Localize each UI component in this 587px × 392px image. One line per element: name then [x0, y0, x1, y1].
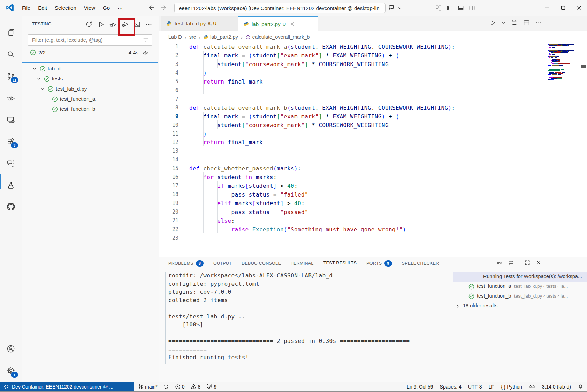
- split-editor-icon[interactable]: [523, 19, 530, 26]
- editor-tab-bar: test_lab_d.py 8, U lab_part2.py U: [159, 16, 587, 31]
- menu-file[interactable]: File: [18, 5, 34, 11]
- tab-lab-part2[interactable]: lab_part2.py U: [238, 16, 318, 31]
- line-number: 9: [159, 112, 178, 121]
- toggle-panel-icon[interactable]: [457, 5, 464, 11]
- python-interpreter[interactable]: 3.14.0 (lab-d): [542, 384, 571, 390]
- code-line: 23: [159, 234, 587, 243]
- breadcrumb-item[interactable]: Lab D: [168, 34, 182, 40]
- close-tab-icon[interactable]: [290, 22, 295, 26]
- panel-tab-problems[interactable]: PROBLEMS8: [168, 257, 204, 269]
- customize-layout-icon[interactable]: [435, 5, 442, 11]
- maximize-panel-icon[interactable]: [524, 259, 531, 266]
- chevron-down-icon[interactable]: [36, 76, 41, 81]
- word-wrap-icon[interactable]: [508, 259, 514, 266]
- panel-tab-output[interactable]: OUTPUT: [213, 257, 232, 269]
- more-actions-icon[interactable]: [535, 19, 542, 26]
- remote-explorer-icon[interactable]: [0, 112, 22, 128]
- code-line: 15def check_whether_passed(marks):: [159, 164, 587, 173]
- menu-selection[interactable]: Selection: [51, 5, 80, 11]
- maximize-icon[interactable]: [555, 0, 571, 16]
- menu-[interactable]: ···: [114, 5, 127, 11]
- test-run-header-row[interactable]: Running Tests for Workspace(s): /workspa…: [453, 272, 587, 282]
- github-icon[interactable]: [0, 198, 22, 215]
- extensions-icon[interactable]: 3: [0, 133, 22, 150]
- older-results-row[interactable]: 18 older results: [453, 301, 587, 311]
- account-icon[interactable]: [0, 340, 22, 357]
- breadcrumb-item[interactable]: calculate_overall_mark_b: [245, 34, 310, 40]
- tree-item-label: test_function_a: [60, 96, 96, 102]
- branch-status[interactable]: main*: [138, 384, 158, 390]
- warnings-status[interactable]: 8: [191, 384, 201, 390]
- panel-tab-terminal[interactable]: TERMINAL: [291, 257, 314, 269]
- minimap[interactable]: [548, 44, 577, 83]
- menu-go[interactable]: Go: [99, 5, 114, 11]
- code-line: 3 student["coursework_mark"] * COURSEWOR…: [159, 60, 587, 69]
- errors-status[interactable]: 0: [175, 384, 185, 390]
- copilot-status-icon[interactable]: [529, 383, 535, 390]
- test-output-log[interactable]: rootdir: /workspaces/labs-ALEX-CASSON-LA…: [168, 271, 410, 362]
- title-bar: FileEditSelectionViewGo··· eeen11202-lab…: [0, 0, 587, 16]
- menu-edit[interactable]: Edit: [34, 5, 51, 11]
- code-line: 8def calculate_overall_mark_b(student, E…: [159, 103, 587, 112]
- search-icon[interactable]: [0, 46, 22, 63]
- line-number: 4: [159, 69, 178, 77]
- language-mode[interactable]: { }Python: [501, 384, 522, 390]
- test-tree-item[interactable]: tests: [22, 74, 158, 84]
- test-tree-item[interactable]: test_function_b: [22, 105, 158, 115]
- copilot-chat-icon[interactable]: [388, 4, 396, 11]
- breadcrumb-item[interactable]: src: [189, 34, 196, 40]
- command-center[interactable]: eeen11202-labs (Workspace) [Dev Containe…: [174, 3, 386, 13]
- testing-icon[interactable]: [0, 177, 22, 193]
- toggle-primary-sidebar-icon[interactable]: [446, 5, 453, 11]
- line-number: 20: [159, 208, 178, 216]
- output-guide-line: [165, 272, 166, 364]
- nav-forward-icon[interactable]: [160, 4, 167, 11]
- open-changes-icon[interactable]: [511, 19, 518, 26]
- run-python-file-icon[interactable]: [489, 19, 496, 26]
- run-debug-icon[interactable]: [0, 90, 22, 106]
- test-tree-item[interactable]: lab_d: [22, 64, 158, 74]
- line-number: 16: [159, 173, 178, 182]
- breadcrumb-item[interactable]: lab_part2.py: [203, 34, 238, 40]
- tab-test-lab-d[interactable]: test_lab_d.py 8, U: [161, 16, 238, 31]
- chevron-down-icon[interactable]: [40, 86, 45, 91]
- indentation[interactable]: Spaces: 4: [440, 384, 462, 390]
- menu-view[interactable]: View: [80, 5, 99, 11]
- source-control-badge: 11: [11, 77, 18, 83]
- code-line: 4 ): [159, 69, 587, 77]
- panel-tab-badge: 8: [196, 260, 204, 267]
- eol-sequence[interactable]: LF: [489, 384, 494, 390]
- test-result-row[interactable]: test_function_atest_lab_d.py ‹ tests ‹ l…: [453, 282, 587, 292]
- settings-gear-icon[interactable]: 1: [0, 362, 22, 379]
- run-dropdown-chevron-icon[interactable]: [501, 21, 506, 25]
- source-control-icon[interactable]: 11: [0, 68, 22, 85]
- scrollbar-thumb[interactable]: [581, 65, 586, 68]
- toggle-secondary-sidebar-icon[interactable]: [468, 5, 475, 11]
- panel-tab-ports[interactable]: PORTS9: [366, 257, 392, 269]
- panel-tab-spell-checker[interactable]: SPELL CHECKER: [402, 257, 439, 269]
- close-panel-icon[interactable]: [535, 260, 542, 266]
- panel-tabs: PROBLEMS8OUTPUTDEBUG CONSOLETERMINALTEST…: [168, 257, 439, 269]
- chevron-down-icon[interactable]: [397, 6, 402, 10]
- line-number: 6: [159, 86, 178, 95]
- ports-status[interactable]: 9: [206, 384, 216, 390]
- test-result-row[interactable]: test_function_btest_lab_d.py ‹ tests ‹ l…: [453, 292, 587, 301]
- explorer-icon[interactable]: [0, 24, 22, 41]
- panel-tab-test-results[interactable]: TEST RESULTS: [323, 257, 357, 269]
- test-tree-item[interactable]: test_lab_d.py: [22, 84, 158, 94]
- chat-icon[interactable]: [0, 155, 22, 172]
- notifications-bell-icon[interactable]: [578, 384, 584, 390]
- nav-back-icon[interactable]: [148, 4, 155, 11]
- code-editor[interactable]: 1def calculate_overall_mark_a(student, E…: [159, 43, 587, 257]
- panel-tab-debug-console[interactable]: DEBUG CONSOLE: [242, 257, 281, 269]
- cursor-position[interactable]: Ln 9, Col 59: [407, 384, 433, 390]
- minimize-icon[interactable]: [539, 0, 555, 16]
- chevron-down-icon[interactable]: [32, 66, 37, 71]
- clear-output-icon[interactable]: [496, 259, 503, 266]
- encoding[interactable]: UTF-8: [468, 384, 482, 390]
- test-tree-item[interactable]: test_function_a: [22, 94, 158, 105]
- test-passed-icon: [48, 86, 54, 92]
- sync-icon[interactable]: [163, 384, 169, 390]
- remote-indicator[interactable]: Dev Container: EEEN11202 devcontainer @ …: [0, 382, 134, 391]
- close-icon[interactable]: [571, 0, 587, 16]
